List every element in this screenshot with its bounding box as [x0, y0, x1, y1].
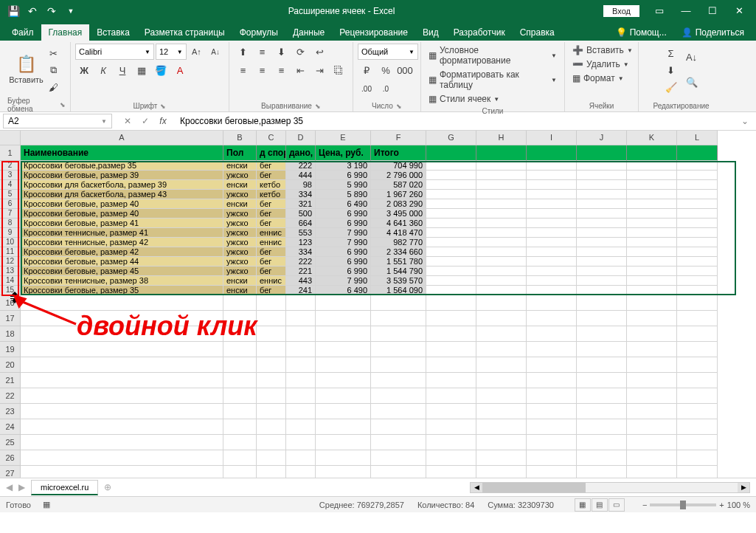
currency-button[interactable]: ₽ [358, 62, 375, 78]
cell[interactable] [527, 286, 577, 295]
tab-вставка[interactable]: Вставка [89, 24, 137, 41]
cell[interactable] [426, 266, 476, 276]
cell[interactable]: Кроссовки беговые,размер 35 [21, 161, 223, 171]
cell[interactable] [476, 171, 527, 180]
cell[interactable] [476, 466, 527, 478]
cell[interactable] [677, 435, 718, 450]
cell[interactable] [627, 190, 677, 199]
cell[interactable] [371, 295, 426, 311]
cell[interactable] [527, 466, 577, 478]
tab-главная[interactable]: Главная [41, 24, 90, 41]
font-name-select[interactable]: Calibri▼ [75, 44, 154, 60]
cell[interactable] [677, 326, 718, 342]
cell[interactable] [426, 209, 476, 219]
cell[interactable] [257, 388, 286, 404]
cell[interactable] [577, 219, 627, 228]
cell[interactable]: 2 334 660 [371, 247, 426, 257]
cell[interactable]: 5 990 [316, 180, 371, 190]
cell[interactable]: 241 [286, 286, 316, 295]
cell[interactable] [476, 435, 527, 450]
row-header[interactable]: 24 [0, 419, 21, 435]
cell[interactable]: бег [257, 266, 286, 276]
cell[interactable] [527, 171, 577, 180]
cell[interactable] [527, 311, 577, 326]
zoom-out-button[interactable]: − [642, 501, 647, 509]
column-header-G[interactable]: G [426, 131, 476, 145]
cell[interactable] [677, 286, 718, 295]
cell[interactable] [677, 247, 718, 257]
row-header[interactable]: 26 [0, 450, 21, 466]
cell[interactable]: 4 418 470 [371, 228, 426, 238]
cell[interactable] [577, 373, 627, 388]
cell[interactable] [476, 238, 527, 247]
cell[interactable]: 4 641 360 [371, 219, 426, 228]
cell[interactable] [577, 311, 627, 326]
cell[interactable]: ужско [223, 209, 257, 219]
cell[interactable] [577, 435, 627, 450]
cell[interactable] [677, 419, 718, 435]
cell[interactable] [371, 404, 426, 419]
share-button[interactable]: 👤Поделиться [674, 24, 752, 41]
row-header[interactable]: 3 [0, 171, 21, 180]
cell[interactable]: 3 190 [316, 161, 371, 171]
cell[interactable] [286, 326, 316, 342]
row-header[interactable]: 20 [0, 357, 21, 373]
cell[interactable] [21, 373, 223, 388]
cell[interactable]: ужско [223, 266, 257, 276]
cell[interactable] [527, 199, 577, 209]
login-button[interactable]: Вход [603, 5, 639, 17]
cell[interactable] [257, 326, 286, 342]
cell[interactable]: 123 [286, 238, 316, 247]
cell[interactable]: 6 490 [316, 199, 371, 209]
cell[interactable] [316, 326, 371, 342]
cell[interactable] [223, 357, 257, 373]
format-cells-button[interactable]: ▦Формат▼ [569, 72, 634, 85]
cell[interactable]: 1 544 790 [371, 266, 426, 276]
cell[interactable] [286, 311, 316, 326]
decrease-decimal-button[interactable]: .0 [377, 80, 395, 97]
zoom-in-button[interactable]: + [719, 501, 724, 509]
scroll-left-button[interactable]: ◀ [471, 483, 482, 492]
cell[interactable]: Кроссовки теннисные, размер 38 [21, 276, 223, 286]
row-header[interactable]: 11 [0, 247, 21, 257]
cell[interactable] [476, 373, 527, 388]
cell[interactable] [257, 373, 286, 388]
zoom-slider[interactable] [650, 503, 716, 506]
cell[interactable] [21, 450, 223, 466]
number-format-select[interactable]: Общий▼ [358, 44, 418, 60]
ribbon-options-icon[interactable]: ▭ [647, 3, 672, 19]
cell[interactable]: енски [223, 276, 257, 286]
cell[interactable] [577, 342, 627, 357]
header-cell[interactable] [527, 145, 577, 161]
cell[interactable] [677, 450, 718, 466]
cell[interactable] [371, 419, 426, 435]
cell[interactable] [527, 404, 577, 419]
cell[interactable] [476, 404, 527, 419]
delete-cells-button[interactable]: ➖Удалить▼ [569, 58, 634, 71]
tab-вид[interactable]: Вид [415, 24, 446, 41]
header-cell[interactable] [426, 145, 476, 161]
align-bottom-button[interactable]: ⬇ [273, 44, 291, 60]
cell[interactable]: 6 990 [316, 171, 371, 180]
cell[interactable]: 6 990 [316, 247, 371, 257]
redo-icon[interactable]: ↷ [43, 3, 60, 19]
view-page-break-button[interactable]: ▭ [608, 498, 625, 512]
cell[interactable]: кетбо [257, 180, 286, 190]
row-header[interactable]: 10 [0, 238, 21, 247]
cell[interactable] [677, 190, 718, 199]
cell[interactable] [627, 257, 677, 266]
cell[interactable] [577, 266, 627, 276]
cell[interactable] [677, 209, 718, 219]
cell[interactable]: 6 990 [316, 257, 371, 266]
header-cell[interactable] [577, 145, 627, 161]
cell[interactable] [426, 276, 476, 286]
cell[interactable] [476, 247, 527, 257]
cell[interactable] [677, 295, 718, 311]
cell[interactable]: Кроссовки беговые, размер 45 [21, 266, 223, 276]
sort-filter-button[interactable]: A↓ [683, 45, 701, 69]
cell[interactable] [627, 388, 677, 404]
cell[interactable] [371, 373, 426, 388]
cell[interactable] [677, 161, 718, 171]
cell[interactable]: Кроссовки теннисные, размер 41 [21, 228, 223, 238]
header-cell[interactable]: Наименование [21, 145, 223, 161]
